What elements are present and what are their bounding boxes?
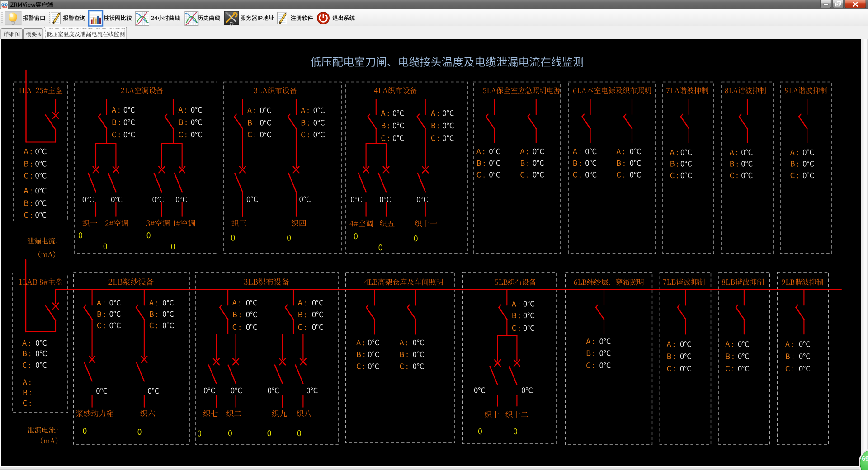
svg-text:69: 69 [862,455,868,462]
